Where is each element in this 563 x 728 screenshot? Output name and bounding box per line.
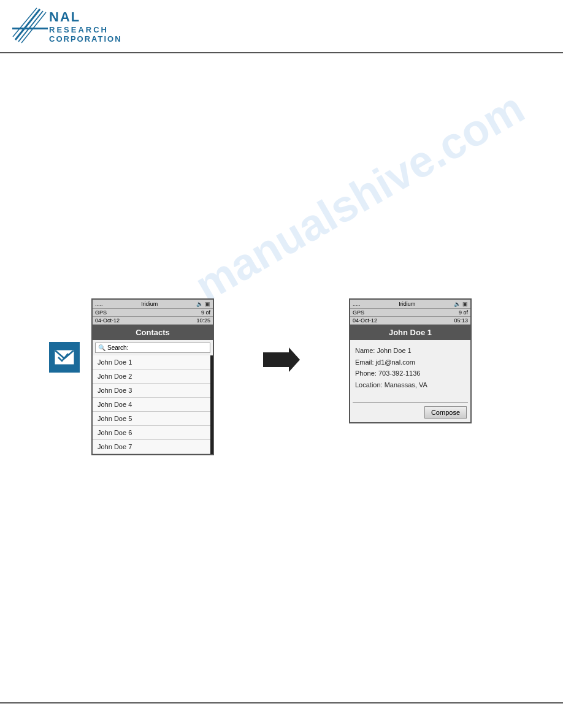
battery-icon-left: ▣ <box>205 301 210 307</box>
contact-email: Email: jd1@nal.com <box>355 357 465 368</box>
main-content: ..... Iridium 🔈 ▣ GPS 9 of 04-Oct-12 10:… <box>0 53 563 468</box>
arrow-container <box>263 347 300 372</box>
compose-button[interactable]: Compose <box>424 406 467 419</box>
volume-icon-left: 🔈 <box>196 301 203 307</box>
logo-area: NAL RESEARCH CORPORATION <box>12 6 122 46</box>
list-item[interactable]: John Doe 6 <box>93 426 210 440</box>
gps-status-right: 9 of <box>459 309 468 316</box>
list-item[interactable]: John Doe 7 <box>93 440 210 454</box>
status-icons-left: 🔈 ▣ <box>196 301 210 307</box>
signal-left: ..... <box>95 301 103 307</box>
status-bar-right-1: ..... Iridium 🔈 ▣ <box>350 300 470 309</box>
status-bar-right-2: GPS 9 of <box>350 309 470 317</box>
gps-label-right: GPS <box>353 309 364 316</box>
gps-status-left: 9 of <box>201 309 210 316</box>
time-left: 10:25 <box>196 317 210 324</box>
network-left: Iridium <box>141 301 158 307</box>
contact-phone: Phone: 703-392-1136 <box>355 368 465 379</box>
detail-info: Name: John Doe 1 Email: jd1@nal.com Phon… <box>350 340 470 396</box>
volume-icon-right: 🔈 <box>454 301 461 307</box>
logo-text: NAL RESEARCH CORPORATION <box>49 9 122 44</box>
contacts-screen: ..... Iridium 🔈 ▣ GPS 9 of 04-Oct-12 10:… <box>91 298 214 455</box>
contact-location: Location: Manassas, VA <box>355 379 465 391</box>
footer-line <box>0 702 563 703</box>
list-item[interactable]: John Doe 1 <box>93 355 210 370</box>
status-bar-right-3: 04-Oct-12 05:13 <box>350 317 470 325</box>
detail-title: John Doe 1 <box>350 325 470 340</box>
compose-area: Compose <box>350 406 470 422</box>
battery-icon-right: ▣ <box>462 301 468 307</box>
contact-name: Name: John Doe 1 <box>355 345 465 357</box>
search-icon: 🔍 <box>98 344 105 351</box>
search-placeholder: Search: <box>107 344 128 351</box>
time-right: 05:13 <box>454 317 468 324</box>
signal-right: ..... <box>353 301 361 307</box>
network-right: Iridium <box>399 301 415 307</box>
detail-screen: ..... Iridium 🔈 ▣ GPS 9 of 04-Oct-12 05:… <box>349 298 472 423</box>
detail-divider <box>353 402 468 403</box>
list-item[interactable]: John Doe 5 <box>93 412 210 426</box>
gps-label-left: GPS <box>95 309 107 316</box>
screens-container: ..... Iridium 🔈 ▣ GPS 9 of 04-Oct-12 10:… <box>12 298 551 455</box>
contacts-title: Contacts <box>93 325 213 340</box>
status-bar-left-1: ..... Iridium 🔈 ▣ <box>93 300 213 309</box>
list-item[interactable]: John Doe 4 <box>93 398 210 412</box>
svg-rect-4 <box>12 28 48 29</box>
date-right: 04-Oct-12 <box>353 317 377 324</box>
logo-corporation: CORPORATION <box>49 34 122 44</box>
contact-list: John Doe 1 John Doe 2 John Doe 3 John Do… <box>93 355 213 454</box>
search-bar[interactable]: 🔍 Search: <box>95 343 210 353</box>
logo-research: RESEARCH <box>49 25 122 34</box>
list-item[interactable]: John Doe 3 <box>93 384 210 398</box>
status-icons-right: 🔈 ▣ <box>454 301 468 307</box>
status-bar-left-2: GPS 9 of <box>93 309 213 317</box>
header: NAL RESEARCH CORPORATION <box>0 0 563 53</box>
date-left: 04-Oct-12 <box>95 317 120 324</box>
list-item[interactable]: John Doe 2 <box>93 370 210 384</box>
status-bar-left-3: 04-Oct-12 10:25 <box>93 317 213 325</box>
logo-icon <box>12 6 49 46</box>
logo-nal: NAL <box>49 9 122 25</box>
arrow-icon <box>263 347 300 372</box>
